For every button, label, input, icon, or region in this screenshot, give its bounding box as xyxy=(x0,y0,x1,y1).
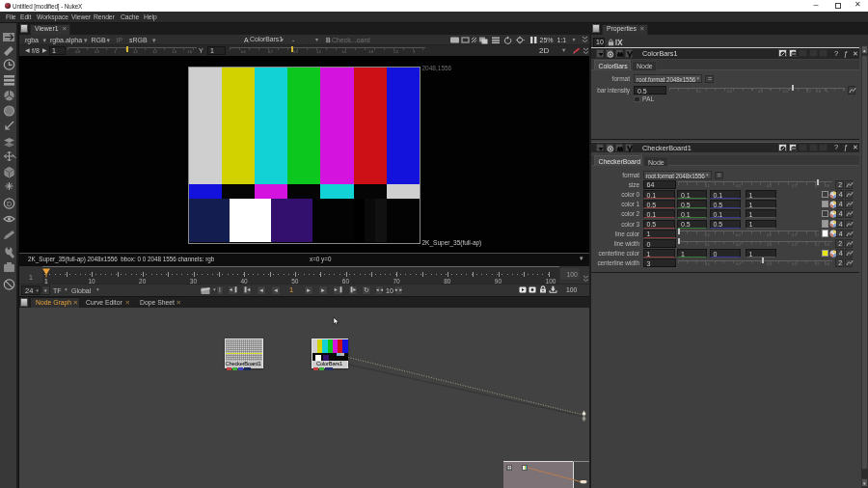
svg-text:D: D xyxy=(7,201,12,207)
